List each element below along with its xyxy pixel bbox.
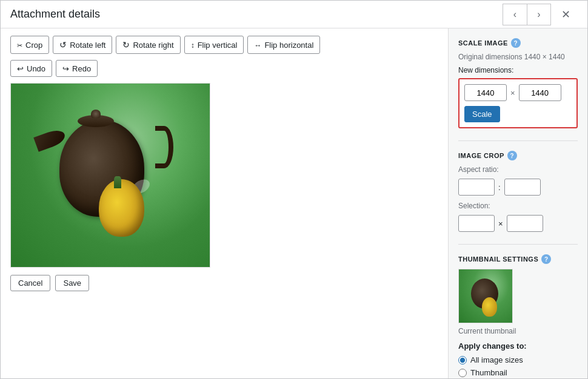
painting-area [11, 84, 210, 267]
aspect-separator: : [498, 183, 501, 192]
modal-header: Attachment details ‹ › ✕ [1, 1, 587, 28]
cancel-button[interactable]: Cancel [10, 275, 50, 291]
undo-icon [17, 64, 24, 73]
next-icon: › [537, 9, 540, 20]
radio-thumbnail-input[interactable] [458, 369, 467, 377]
scale-image-section: SCALE IMAGE ? Original dimensions 1440 ×… [458, 38, 578, 128]
prev-icon: ‹ [513, 9, 516, 20]
aspect-ratio-row: : [458, 179, 578, 196]
height-input[interactable] [519, 84, 561, 101]
rotate-right-label: Rotate right [133, 41, 173, 50]
selection-row: × [458, 215, 578, 232]
aspect-width-input[interactable] [458, 179, 495, 196]
radio-all-sizes-label: All image sizes [470, 355, 523, 364]
crop-label: Crop [25, 41, 42, 50]
redo-label: Redo [72, 64, 91, 73]
image-crop-title: IMAGE CROP ? [458, 151, 578, 160]
rotate-left-label: Rotate left [70, 41, 105, 50]
selection-height-input[interactable] [507, 215, 543, 232]
selection-separator: × [498, 219, 503, 228]
pear-stem [114, 176, 121, 188]
rotate-right-button[interactable]: Rotate right [116, 36, 180, 54]
flip-horizontal-button[interactable]: Flip horizontal [247, 36, 320, 54]
flip-vertical-label: Flip vertical [198, 41, 238, 50]
radio-all-sizes-input[interactable] [458, 356, 467, 364]
scale-image-title: SCALE IMAGE ? [458, 38, 578, 48]
width-input[interactable] [464, 84, 507, 101]
thumbnail-settings-help-icon[interactable]: ? [541, 254, 551, 264]
radio-thumbnail[interactable]: Thumbnail [458, 368, 578, 377]
modal-body: Crop Rotate left Rotate right Flip verti… [1, 28, 587, 378]
flip-horizontal-icon [254, 41, 261, 50]
undo-button[interactable]: Undo [10, 60, 52, 77]
original-dimensions: Original dimensions 1440 × 1440 [458, 53, 578, 61]
undo-redo-toolbar: Undo Redo [10, 60, 438, 77]
flip-horizontal-label: Flip horizontal [264, 41, 313, 50]
dimensions-separator: × [510, 88, 515, 97]
radio-all-sizes[interactable]: All image sizes [458, 355, 578, 364]
flip-vertical-button[interactable]: Flip vertical [184, 36, 244, 54]
new-dimensions-label: New dimensions: [458, 66, 578, 74]
current-thumbnail [458, 269, 513, 323]
kettle-lid-knob [91, 110, 101, 118]
next-button[interactable]: › [527, 4, 551, 25]
kettle-handle [155, 126, 173, 168]
modal-header-actions: ‹ › ✕ [503, 4, 578, 25]
apply-changes-label: Apply changes to: [458, 341, 578, 351]
save-button[interactable]: Save [55, 275, 89, 291]
pear [99, 179, 144, 237]
scale-button[interactable]: Scale [464, 106, 500, 122]
crop-icon [17, 41, 22, 50]
selection-width-input[interactable] [458, 215, 495, 232]
thumbnail-settings-section: THUMBNAIL SETTINGS ? Current thumbnail A… [458, 244, 578, 378]
aspect-height-input[interactable] [504, 179, 541, 196]
thumb-pear [482, 297, 497, 317]
crop-button[interactable]: Crop [10, 36, 49, 54]
image-crop-help-icon[interactable]: ? [507, 151, 517, 160]
modal-title: Attachment details [10, 8, 100, 21]
prev-button[interactable]: ‹ [503, 4, 527, 25]
close-icon: ✕ [561, 8, 570, 21]
redo-icon [62, 64, 69, 73]
aspect-ratio-label: Aspect ratio: [458, 165, 578, 174]
thumbnail-settings-title: THUMBNAIL SETTINGS ? [458, 254, 578, 264]
editing-toolbar: Crop Rotate left Rotate right Flip verti… [10, 36, 438, 54]
current-thumbnail-label: Current thumbnail [458, 327, 578, 335]
image-footer: Cancel Save [10, 275, 438, 291]
rotate-left-icon [59, 40, 67, 50]
sidebar: SCALE IMAGE ? Original dimensions 1440 ×… [448, 28, 587, 378]
rotate-right-icon [122, 40, 130, 50]
image-canvas [10, 83, 210, 268]
rotate-left-button[interactable]: Rotate left [53, 36, 112, 54]
dimensions-inputs: × [464, 84, 572, 101]
close-button[interactable]: ✕ [553, 4, 578, 25]
flip-vertical-icon [191, 41, 195, 50]
dimensions-box: × Scale [458, 78, 578, 128]
undo-label: Undo [27, 64, 45, 73]
selection-label: Selection: [458, 202, 578, 210]
scale-image-help-icon[interactable]: ? [511, 38, 521, 48]
redo-button[interactable]: Redo [56, 60, 98, 77]
image-crop-section: IMAGE CROP ? Aspect ratio: : Selection: … [458, 140, 578, 232]
main-editing-area: Crop Rotate left Rotate right Flip verti… [1, 28, 448, 378]
attachment-details-modal: Attachment details ‹ › ✕ Crop [0, 0, 588, 379]
apply-changes-radio-group: All image sizes Thumbnail All sizes exce… [458, 355, 578, 378]
radio-thumbnail-label: Thumbnail [470, 368, 507, 377]
